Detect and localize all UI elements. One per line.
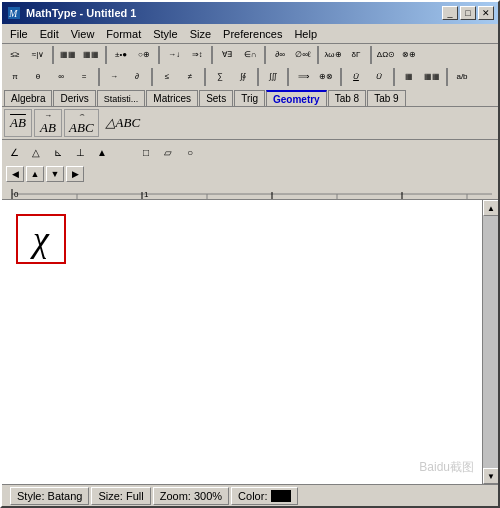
ruler: 0 1 (2, 184, 498, 200)
status-size: Size: Full (91, 487, 150, 505)
tab-geometry[interactable]: Geometry (266, 90, 327, 106)
tb-approx[interactable]: ≈|∨ (27, 45, 49, 65)
tb-arrow2[interactable]: ⇒↕ (186, 45, 208, 65)
scroll-down-button[interactable]: ▼ (483, 468, 498, 484)
scroll-up-button[interactable]: ▲ (483, 200, 498, 216)
template-symbols-row: AB → AB ⌢ ABC △ABC (2, 106, 498, 140)
toolbar-row-2: π θ ∞ = → ∂ ≤ ≠ ∑ ∫∮ ∫∬ ⟹ ⊕⊗ Ū Ü ▦ ▦▦ a/… (2, 66, 498, 88)
tb-pi[interactable]: π (4, 67, 26, 87)
nav-up[interactable]: ▲ (26, 166, 44, 182)
tb-arrow4[interactable]: ⟹ (292, 67, 314, 87)
menu-edit[interactable]: Edit (34, 24, 65, 43)
math-symbol: χ (33, 221, 49, 257)
status-zoom-label: Zoom: (160, 490, 191, 502)
tmpl-arc-abc[interactable]: ⌢ ABC (64, 109, 99, 137)
tb-matrix2[interactable]: ▦▦ (80, 45, 102, 65)
status-color-label: Color: (238, 490, 267, 502)
edit-area[interactable]: χ Baidu截图 (2, 200, 482, 484)
main-window: M MathType - Untitled 1 _ □ ✕ File Edit … (0, 0, 500, 508)
tb-delta[interactable]: δΓ (345, 45, 367, 65)
sep14 (393, 68, 395, 86)
menu-help[interactable]: Help (288, 24, 323, 43)
vertical-scrollbar: ▲ ▼ (482, 200, 498, 484)
tab-sets[interactable]: Sets (199, 90, 233, 106)
template-shapes-row: ∠ △ ⊾ ⊥ ▲ □ ▱ ○ (2, 140, 498, 164)
tb-leq[interactable]: ≤≥ (4, 45, 26, 65)
ruler-svg: 0 1 (2, 184, 498, 199)
shape-circle[interactable]: ○ (180, 142, 200, 162)
sep6 (317, 46, 319, 64)
shape-tri2[interactable]: ▲ (92, 142, 112, 162)
tb-partial[interactable]: ∂∞ (269, 45, 291, 65)
nav-right[interactable]: ▶ (66, 166, 84, 182)
edit-area-container: χ Baidu截图 ▲ ▼ (2, 200, 498, 484)
tmpl-overline-ab[interactable]: AB (4, 109, 32, 137)
tb-alpha[interactable]: ΔΩ⊙ (375, 45, 397, 65)
tb-forall[interactable]: ∀∃ (216, 45, 238, 65)
sep7 (370, 46, 372, 64)
window-title: MathType - Untitled 1 (26, 7, 136, 19)
tab-tab9[interactable]: Tab 9 (367, 90, 405, 106)
title-buttons: _ □ ✕ (442, 6, 494, 20)
tb-circ[interactable]: ○⊕ (133, 45, 155, 65)
tb-oplus[interactable]: ⊕⊗ (315, 67, 337, 87)
tab-matrices[interactable]: Matrices (146, 90, 198, 106)
menu-preferences[interactable]: Preferences (217, 24, 288, 43)
tb-neq[interactable]: ≠ (179, 67, 201, 87)
svg-text:0: 0 (14, 190, 19, 199)
shape-angle[interactable]: ∠ (4, 142, 24, 162)
close-button[interactable]: ✕ (478, 6, 494, 20)
tmpl-triangle-abc[interactable]: △ABC (101, 109, 146, 137)
tb-frac[interactable]: a/b (451, 67, 473, 87)
tb-equiv[interactable]: = (73, 67, 95, 87)
status-zoom-value: 300% (194, 490, 222, 502)
sep4 (211, 46, 213, 64)
tb-Udot[interactable]: Ü (368, 67, 390, 87)
status-bar: Style: Batang Size: Full Zoom: 300% Colo… (2, 484, 498, 506)
tb-arrow1[interactable]: →↓ (163, 45, 185, 65)
shape-perp[interactable]: ⊥ (70, 142, 90, 162)
menu-style[interactable]: Style (147, 24, 183, 43)
tab-statisti[interactable]: Statisti... (97, 90, 146, 106)
menu-file[interactable]: File (4, 24, 34, 43)
shape-parallelogram[interactable]: ▱ (158, 142, 178, 162)
menu-format[interactable]: Format (100, 24, 147, 43)
tb-theta2[interactable]: θ (27, 67, 49, 87)
tb-theta[interactable]: ⊗⊕ (398, 45, 420, 65)
scroll-track-v[interactable] (483, 216, 498, 468)
tb-leq2[interactable]: ≤ (156, 67, 178, 87)
tb-prod[interactable]: ∫∮ (232, 67, 254, 87)
tb-inf[interactable]: ∞ (50, 67, 72, 87)
sep2 (105, 46, 107, 64)
nav-down[interactable]: ▼ (46, 166, 64, 182)
menu-size[interactable]: Size (184, 24, 217, 43)
shape-triangle[interactable]: △ (26, 142, 46, 162)
tb-sigma[interactable]: ∑ (209, 67, 231, 87)
tb-arrow3[interactable]: → (103, 67, 125, 87)
toolbar-row-1: ≤≥ ≈|∨ ▦▦ ▦▦ ±•● ○⊕ →↓ ⇒↕ ∀∃ ∈∩ ∂∞ ∅∞ℓ λ… (2, 44, 498, 66)
menu-bar: File Edit View Format Style Size Prefere… (2, 24, 498, 44)
tb-pm[interactable]: ±•● (110, 45, 132, 65)
tb-aleph[interactable]: ∅∞ℓ (292, 45, 314, 65)
tab-tab8[interactable]: Tab 8 (328, 90, 366, 106)
tb-int[interactable]: ∫∬ (262, 67, 284, 87)
tab-trig[interactable]: Trig (234, 90, 265, 106)
minimize-button[interactable]: _ (442, 6, 458, 20)
tb-matrix1[interactable]: ▦▦ (57, 45, 79, 65)
tb-lambda[interactable]: λω⊕ (322, 45, 344, 65)
sep10 (204, 68, 206, 86)
status-color-box (271, 490, 291, 502)
tb-partial2[interactable]: ∂ (126, 67, 148, 87)
tb-Ubar[interactable]: Ū (345, 67, 367, 87)
tb-grid2[interactable]: ▦▦ (421, 67, 443, 87)
maximize-button[interactable]: □ (460, 6, 476, 20)
tmpl-vec-ab[interactable]: → AB (34, 109, 62, 137)
tb-exists[interactable]: ∈∩ (239, 45, 261, 65)
nav-left[interactable]: ◀ (6, 166, 24, 182)
shape-right-angle[interactable]: ⊾ (48, 142, 68, 162)
tb-grid1[interactable]: ▦ (398, 67, 420, 87)
tab-derivs[interactable]: Derivs (53, 90, 95, 106)
shape-square[interactable]: □ (136, 142, 156, 162)
tab-algebra[interactable]: Algebra (4, 90, 52, 106)
menu-view[interactable]: View (65, 24, 101, 43)
